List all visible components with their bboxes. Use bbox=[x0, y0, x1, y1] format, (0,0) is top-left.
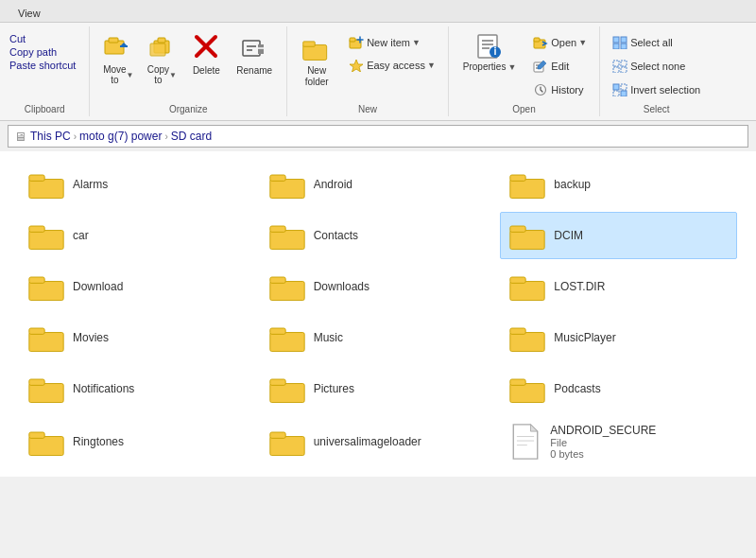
rename-button[interactable]: Rename bbox=[230, 28, 279, 81]
svg-rect-63 bbox=[510, 282, 544, 301]
file-name: Movies bbox=[73, 331, 109, 344]
svg-rect-69 bbox=[510, 333, 544, 352]
file-item[interactable]: backup bbox=[500, 161, 737, 208]
select-label: Select bbox=[608, 100, 705, 114]
organize-section: Moveto ▼ Copyto ▼ bbox=[90, 26, 287, 116]
svg-rect-36 bbox=[621, 37, 627, 43]
file-item[interactable]: MusicPlayer bbox=[500, 314, 737, 361]
new-section: Newfolder bbox=[287, 26, 449, 116]
file-item[interactable]: Movies bbox=[19, 314, 256, 361]
svg-rect-79 bbox=[269, 437, 303, 456]
svg-rect-52 bbox=[510, 175, 525, 181]
cut-link[interactable]: Cut bbox=[9, 32, 76, 45]
svg-point-27 bbox=[494, 47, 496, 49]
open-icon bbox=[533, 35, 548, 50]
tab-view[interactable]: View bbox=[8, 4, 51, 22]
edit-button[interactable]: Edit bbox=[528, 56, 592, 77]
file-item[interactable]: Android bbox=[260, 161, 497, 208]
svg-rect-49 bbox=[269, 180, 303, 199]
svg-marker-33 bbox=[538, 61, 546, 69]
svg-rect-44 bbox=[621, 84, 627, 90]
rename-label: Rename bbox=[236, 65, 272, 77]
file-item[interactable]: DCIM bbox=[500, 212, 737, 259]
delete-button[interactable]: Delete bbox=[184, 28, 228, 81]
move-to-arrow: ▼ bbox=[127, 71, 134, 79]
address-device[interactable]: moto g(7) power bbox=[79, 130, 162, 143]
file-item[interactable]: LOST.DIR bbox=[500, 263, 737, 310]
file-item[interactable]: universalimageloader bbox=[260, 416, 497, 467]
file-item[interactable]: Music bbox=[260, 314, 497, 361]
easy-access-label: Easy access bbox=[367, 60, 425, 71]
file-item[interactable]: ANDROID_SECURE File0 bytes bbox=[500, 416, 737, 467]
file-item[interactable]: Downloads bbox=[260, 263, 497, 310]
select-none-button[interactable]: Select none bbox=[608, 56, 690, 77]
properties-button[interactable]: Properties ▼ bbox=[456, 28, 524, 75]
new-item-arrow: ▼ bbox=[412, 38, 421, 47]
svg-rect-76 bbox=[510, 379, 525, 385]
copy-to-button[interactable]: Copyto ▼ bbox=[141, 28, 182, 88]
open-label: Open bbox=[456, 100, 592, 114]
file-name: Contacts bbox=[314, 229, 358, 242]
clipboard-links: Cut Copy path Paste shortcut bbox=[8, 28, 81, 76]
svg-rect-9 bbox=[243, 41, 260, 56]
file-item[interactable]: car bbox=[19, 212, 256, 259]
file-item[interactable]: Notifications bbox=[19, 365, 256, 412]
file-item[interactable]: Alarms bbox=[19, 161, 256, 208]
address-chevron-1: › bbox=[74, 131, 77, 142]
file-name: Ringtones bbox=[73, 435, 124, 448]
file-name: Notifications bbox=[73, 382, 134, 395]
open-section: Properties ▼ Open bbox=[449, 26, 600, 116]
file-item[interactable]: Ringtones bbox=[19, 416, 256, 467]
edit-label: Edit bbox=[551, 61, 569, 72]
file-name: car bbox=[73, 229, 89, 242]
svg-rect-66 bbox=[29, 328, 44, 334]
svg-rect-62 bbox=[269, 277, 284, 283]
invert-selection-button[interactable]: Invert selection bbox=[608, 79, 705, 100]
file-name: backup bbox=[554, 178, 591, 191]
address-this-pc[interactable]: This PC bbox=[30, 130, 71, 143]
svg-rect-48 bbox=[29, 175, 44, 181]
select-all-label: Select all bbox=[630, 37, 673, 48]
new-item-row: New item ▼ bbox=[344, 32, 440, 53]
file-item[interactable]: Contacts bbox=[260, 212, 497, 259]
file-grid: Alarms Android backup car Co bbox=[19, 161, 737, 467]
file-name: Downloads bbox=[314, 280, 369, 293]
new-folder-button[interactable]: Newfolder bbox=[295, 28, 338, 93]
svg-rect-72 bbox=[29, 379, 44, 385]
svg-rect-53 bbox=[29, 231, 63, 250]
invert-selection-label: Invert selection bbox=[630, 84, 700, 96]
address-computer-icon: 🖥 bbox=[14, 130, 26, 144]
select-none-label: Select none bbox=[630, 61, 685, 72]
file-item[interactable]: Download bbox=[19, 263, 256, 310]
history-button[interactable]: History bbox=[528, 79, 592, 100]
svg-rect-60 bbox=[29, 277, 44, 283]
svg-rect-50 bbox=[269, 175, 284, 181]
svg-marker-20 bbox=[350, 60, 363, 72]
svg-marker-82 bbox=[531, 425, 538, 431]
svg-rect-55 bbox=[269, 231, 303, 250]
paste-shortcut-link[interactable]: Paste shortcut bbox=[9, 59, 76, 72]
copy-path-link[interactable]: Copy path bbox=[9, 45, 76, 59]
easy-access-row: Easy access ▼ bbox=[344, 55, 440, 76]
file-name: Pictures bbox=[314, 382, 354, 395]
clipboard-section: Cut Copy path Paste shortcut Clipboard bbox=[0, 26, 90, 116]
select-all-button[interactable]: Select all bbox=[608, 32, 678, 53]
svg-rect-37 bbox=[613, 44, 619, 49]
address-sd-card[interactable]: SD card bbox=[171, 130, 212, 143]
move-to-label: Moveto bbox=[103, 64, 126, 85]
file-item[interactable]: Podcasts bbox=[500, 365, 737, 412]
svg-rect-58 bbox=[510, 226, 525, 232]
svg-rect-43 bbox=[613, 84, 619, 90]
easy-access-button[interactable]: Easy access ▼ bbox=[344, 55, 440, 76]
svg-rect-73 bbox=[269, 384, 303, 403]
new-item-button[interactable]: New item ▼ bbox=[344, 32, 425, 53]
open-button[interactable]: Open ▼ bbox=[528, 32, 592, 53]
new-item-label: New item bbox=[367, 37, 410, 48]
file-name: Podcasts bbox=[554, 382, 600, 395]
new-folder-label: Newfolder bbox=[305, 65, 329, 88]
delete-label: Delete bbox=[193, 65, 220, 77]
file-item[interactable]: Pictures bbox=[260, 365, 497, 412]
copy-to-arrow: ▼ bbox=[169, 71, 177, 79]
properties-label: Properties bbox=[463, 61, 507, 72]
move-to-button[interactable]: Moveto ▼ bbox=[97, 28, 139, 88]
